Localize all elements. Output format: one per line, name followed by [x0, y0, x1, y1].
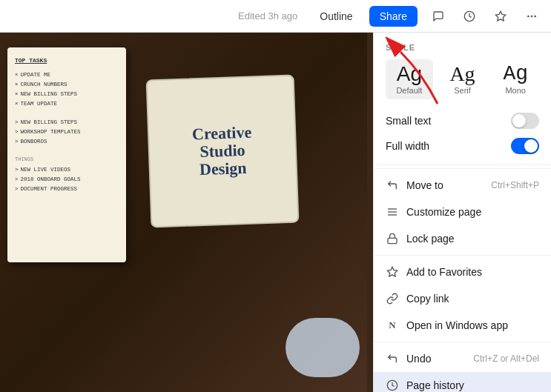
history-icon[interactable] [459, 6, 480, 27]
font-default-option[interactable]: Ag Default [386, 59, 433, 99]
notebook-item: >DOCUMENT PROGRESS [15, 185, 119, 193]
small-text-label: Small text [386, 115, 431, 127]
divider-2 [374, 255, 551, 256]
notebook-item: >NEW LIVE VIDEOS [15, 165, 119, 174]
undo-shortcut: Ctrl+Z or Alt+Del [473, 353, 539, 364]
second-sticker [286, 318, 360, 377]
menu-item-customize-page[interactable]: Customize page [374, 199, 551, 225]
notebook-item: ×CRUNCH NUMBERS [15, 80, 119, 89]
menu-item-page-history[interactable]: Page history [374, 372, 551, 392]
undo-icon [386, 352, 399, 365]
open-windows-label: Open in Windows app [406, 319, 539, 331]
menu-item-add-favorites[interactable]: Add to Favorites [374, 259, 551, 285]
divider-1 [374, 168, 551, 169]
small-text-row: Small text [386, 108, 539, 133]
default-font-label: Default [396, 86, 422, 95]
menu-item-open-windows[interactable]: N Open in Windows app [374, 312, 551, 339]
notebook-widget: TOP TASKS ×UPDATE ME ×CRUNCH NUMBERS ×NE… [7, 47, 126, 262]
page-history-icon [386, 379, 399, 392]
menu-item-lock-page[interactable]: Lock page [374, 225, 551, 252]
notebook-item: ×TEAM UPDATE [15, 99, 119, 108]
svg-marker-1 [495, 11, 505, 21]
menu-item-copy-link[interactable]: Copy link [374, 285, 551, 312]
style-section: STYLE Ag Default Ag Serif Ag Mono Small … [374, 33, 551, 165]
add-favorites-icon [386, 265, 399, 279]
full-width-toggle[interactable] [511, 138, 539, 154]
full-width-row: Full width [386, 133, 539, 159]
serif-ag-letter: Ag [449, 64, 475, 84]
menu-items-list: Move to Ctrl+Shift+P Customize page Lock… [374, 172, 551, 392]
mono-ag-letter: Ag [503, 64, 528, 84]
default-ag-letter: Ag [397, 64, 422, 84]
add-favorites-label: Add to Favorites [406, 266, 539, 278]
open-windows-icon: N [386, 319, 399, 332]
notebook-item: >BONBOROS [15, 137, 119, 146]
page-history-label: Page history [406, 379, 539, 391]
style-label: STYLE [386, 43, 539, 52]
font-mono-option[interactable]: Ag Mono [492, 59, 539, 99]
notebook-title: TOP TASKS [15, 56, 119, 66]
customize-page-icon [386, 205, 399, 219]
more-options-icon[interactable] [521, 6, 542, 27]
undo-label: Undo [406, 353, 466, 365]
copy-link-label: Copy link [406, 293, 539, 305]
move-to-shortcut: Ctrl+Shift+P [491, 180, 539, 190]
header-bar: Edited 3h ago Outline Share [0, 0, 551, 33]
share-button[interactable]: Share [369, 6, 418, 27]
font-options: Ag Default Ag Serif Ag Mono [386, 59, 539, 99]
menu-item-move-to[interactable]: Move to Ctrl+Shift+P [374, 172, 551, 199]
header-right: Edited 3h ago Outline Share [238, 6, 542, 27]
sticker-widget: CreativeStudioDesign [146, 75, 300, 228]
mono-font-label: Mono [505, 86, 526, 95]
full-width-knob [524, 139, 538, 153]
serif-font-label: Serif [454, 86, 471, 95]
lock-page-icon [386, 232, 399, 245]
svg-point-2 [527, 15, 529, 17]
move-to-icon [386, 179, 399, 192]
notebook-item: ×NEW BILLING STEPS [15, 90, 119, 99]
move-to-label: Move to [406, 179, 484, 191]
svg-marker-10 [387, 267, 397, 276]
lock-page-label: Lock page [406, 233, 539, 245]
copy-link-icon [386, 292, 399, 305]
svg-point-3 [531, 15, 533, 17]
small-text-knob [512, 114, 526, 127]
star-icon[interactable] [490, 6, 511, 27]
notebook-item: >NEW BILLING STEPS [15, 118, 119, 127]
menu-item-undo[interactable]: Undo Ctrl+Z or Alt+Del [374, 345, 551, 372]
outline-button[interactable]: Outline [314, 7, 358, 25]
notebook-item: >WORKSHOP TEMPLATES [15, 127, 119, 136]
notebook-item: ×UPDATE ME [15, 70, 119, 79]
customize-page-label: Customize page [406, 206, 539, 218]
font-serif-option[interactable]: Ag Serif [439, 59, 486, 99]
svg-point-4 [534, 15, 536, 17]
small-text-toggle[interactable] [511, 113, 539, 129]
edited-timestamp: Edited 3h ago [238, 10, 297, 21]
notebook-item: >2018 ONBOARD GOALS [15, 175, 119, 184]
full-width-label: Full width [386, 140, 429, 152]
svg-rect-9 [388, 238, 397, 243]
divider-3 [374, 342, 551, 342]
page-content-area: TOP TASKS ×UPDATE ME ×CRUNCH NUMBERS ×NE… [0, 33, 367, 392]
comment-icon[interactable] [428, 6, 449, 27]
right-panel: STYLE Ag Default Ag Serif Ag Mono Small … [373, 33, 551, 392]
